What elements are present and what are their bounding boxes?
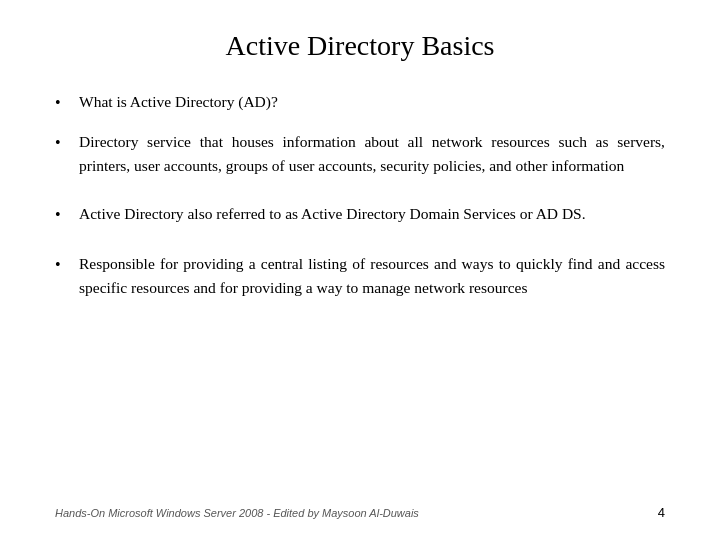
footer-text: Hands-On Microsoft Windows Server 2008 -… (55, 507, 419, 519)
footer-page-number: 4 (658, 505, 665, 520)
bullet-dot-2: • (55, 131, 69, 156)
bullet-text-2: Directory service that houses informatio… (79, 130, 665, 178)
bullet-text-3: Active Directory also referred to as Act… (79, 202, 665, 226)
bullet-section-4: • Responsible for providing a central li… (55, 252, 665, 300)
bullet-item-1: • What is Active Directory (AD)? (55, 90, 665, 116)
bullet-dot-1: • (55, 91, 69, 116)
slide: Active Directory Basics • What is Active… (0, 0, 720, 540)
bullet-item-4: • Responsible for providing a central li… (55, 252, 665, 300)
content-area: • What is Active Directory (AD)? • Direc… (55, 90, 665, 489)
bullet-section-3: • Active Directory also referred to as A… (55, 202, 665, 228)
bullet-item-2: • Directory service that houses informat… (55, 130, 665, 178)
bullet-item-3: • Active Directory also referred to as A… (55, 202, 665, 228)
bullet-section-2: • Directory service that houses informat… (55, 130, 665, 178)
bullet-section-1: • What is Active Directory (AD)? (55, 90, 665, 116)
bullet-dot-4: • (55, 253, 69, 278)
footer: Hands-On Microsoft Windows Server 2008 -… (55, 499, 665, 520)
bullet-text-4: Responsible for providing a central list… (79, 252, 665, 300)
bullet-dot-3: • (55, 203, 69, 228)
slide-title: Active Directory Basics (55, 30, 665, 62)
bullet-text-1: What is Active Directory (AD)? (79, 90, 665, 114)
